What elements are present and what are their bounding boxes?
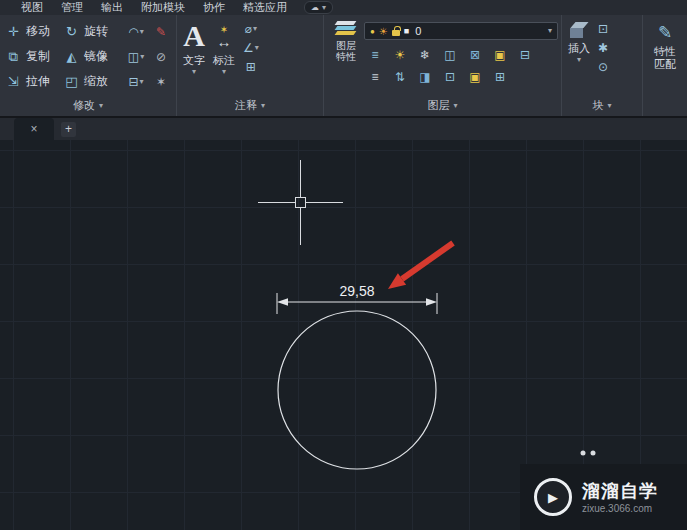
- dim-arrows-icon: ↔: [217, 35, 232, 48]
- erase-icon: ⊘: [156, 50, 166, 64]
- layer-tool-icon[interactable]: ≡: [364, 45, 386, 64]
- block-define-button[interactable]: ✱: [598, 41, 608, 55]
- rotate-label: 旋转: [84, 23, 108, 40]
- layer-tool-icon[interactable]: ≡: [364, 67, 386, 86]
- layer-tool-icon[interactable]: ◫: [439, 45, 461, 64]
- chevron-down-icon: ▾: [192, 68, 196, 76]
- layer-tool-icon[interactable]: ⊡: [439, 67, 461, 86]
- menu-item-manage[interactable]: 管理: [52, 0, 92, 15]
- panel-title-block[interactable]: 块 ▾: [562, 98, 642, 113]
- chevron-down-icon: ▾: [140, 28, 144, 36]
- copy-icon: ⧉: [6, 49, 21, 65]
- dimension-icon: ✶ ↔: [217, 19, 232, 53]
- chevron-down-icon: ▾: [255, 44, 259, 52]
- block-attr-button[interactable]: ⊙: [598, 60, 608, 74]
- move-icon: ✛: [6, 24, 21, 39]
- layer-tool-icon[interactable]: ◨: [414, 67, 436, 86]
- block-edit-button[interactable]: ⊡: [598, 22, 608, 36]
- panel-title-label: 块: [592, 98, 603, 113]
- menu-item-featured-apps[interactable]: 精选应用: [234, 0, 296, 15]
- move-label: 移动: [26, 23, 50, 40]
- stretch-button[interactable]: ⇲ 拉伸: [4, 73, 62, 90]
- menu-item-addins[interactable]: 附加模块: [132, 0, 194, 15]
- insert-label: 插入: [568, 42, 590, 55]
- array-icon: ◫: [128, 50, 139, 64]
- angle-dim-button[interactable]: ∠ ▾: [243, 41, 259, 55]
- text-icon: A: [183, 19, 205, 53]
- trim-button[interactable]: ⊟ ▾: [124, 75, 148, 89]
- diameter-dim-button[interactable]: ⌀ ▾: [243, 22, 259, 36]
- cloud-button[interactable]: ☁ ▾: [304, 1, 333, 14]
- watermark: ▶ 溜溜自学 zixue.3066.com: [520, 464, 687, 530]
- layer-stack-icon: [335, 21, 357, 37]
- move-button[interactable]: ✛ 移动: [4, 23, 62, 40]
- copy-label: 复制: [26, 48, 50, 65]
- dimension-text[interactable]: 29,58: [339, 283, 374, 299]
- explode-button[interactable]: ✶: [148, 75, 174, 89]
- layer-props-label1: 图层: [328, 40, 364, 51]
- array-button[interactable]: ◫ ▾: [124, 50, 148, 64]
- rotate-button[interactable]: ↻ 旋转: [62, 23, 124, 40]
- crosshair-cursor: [258, 160, 343, 245]
- menu-item-view[interactable]: 视图: [12, 0, 52, 15]
- table-button[interactable]: ⊞: [243, 60, 259, 74]
- ribbon: ✛ 移动 ↻ 旋转 ◠ ▾ ✎ ⧉ 复制: [0, 15, 687, 118]
- sun-icon: ☀: [379, 26, 388, 37]
- circle-entity[interactable]: [278, 311, 436, 469]
- layer-tool-icon[interactable]: ⊠: [464, 45, 486, 64]
- erase-button[interactable]: ⊘: [148, 50, 174, 64]
- drawing-canvas[interactable]: 29,58 ▶ 溜溜自学 zixue.3066.com: [0, 140, 687, 530]
- watermark-logo: ▶: [534, 478, 572, 516]
- block-cube-icon: [569, 22, 589, 39]
- file-tab-bar: × +: [0, 118, 687, 140]
- match-properties-button[interactable]: ✎ 特性 匹配: [643, 15, 687, 71]
- fillet-button[interactable]: ◠ ▾: [124, 25, 148, 39]
- layer-tool-icon[interactable]: ❄: [414, 45, 436, 64]
- dimension-button[interactable]: ✶ ↔ 标注 ▾: [213, 19, 235, 76]
- chevron-down-icon: ▾: [261, 102, 265, 110]
- dots: [581, 451, 596, 456]
- panel-title-modify[interactable]: 修改 ▾: [0, 98, 176, 113]
- chevron-down-icon: ▾: [322, 4, 326, 12]
- mirror-button[interactable]: ◭ 镜像: [62, 48, 124, 65]
- layer-dropdown[interactable]: ● ☀ ■ 0 ▾: [364, 22, 558, 40]
- menu-item-output[interactable]: 输出: [92, 0, 132, 15]
- watermark-brand: 溜溜自学: [582, 481, 658, 501]
- text-button[interactable]: A 文字 ▾: [183, 19, 205, 76]
- mirror-label: 镜像: [84, 48, 108, 65]
- bulb-icon: ●: [370, 27, 375, 36]
- chevron-down-icon: ▾: [222, 68, 226, 76]
- file-tab[interactable]: ×: [14, 118, 54, 140]
- current-layer-name: 0: [413, 25, 544, 37]
- panel-properties: ✎ 特性 匹配: [643, 15, 687, 116]
- layer-tool-icon[interactable]: ⊞: [489, 67, 511, 86]
- chevron-down-icon: ▾: [453, 102, 457, 110]
- layer-tool-icon[interactable]: ⇅: [389, 67, 411, 86]
- block-edit-icon: ⊡: [598, 22, 608, 36]
- chevron-down-icon: ▾: [548, 27, 552, 35]
- layer-tool-icon[interactable]: ▣: [464, 67, 486, 86]
- menu-item-collaborate[interactable]: 协作: [194, 0, 234, 15]
- copy-button[interactable]: ⧉ 复制: [4, 48, 62, 65]
- panel-annotate: A 文字 ▾ ✶ ↔ 标注 ▾ ⌀ ▾: [177, 15, 324, 116]
- red-pointer-arrow: [388, 243, 453, 289]
- tab-close-icon[interactable]: ×: [30, 122, 37, 136]
- panel-title-annotate[interactable]: 注释 ▾: [177, 98, 323, 113]
- layer-properties-button[interactable]: 图层 特性: [328, 19, 364, 62]
- dimension-entity[interactable]: 29,58: [277, 283, 437, 314]
- autocad-window: 视图 管理 输出 附加模块 协作 精选应用 ☁ ▾ ✛ 移动 ↻ 旋转: [0, 0, 687, 530]
- lock-open-icon: [392, 30, 400, 36]
- draworder-button[interactable]: ✎: [148, 25, 174, 39]
- match-label1: 特性: [654, 45, 676, 58]
- layer-tool-icon[interactable]: ☀: [389, 45, 411, 64]
- layer-tool-icon[interactable]: ▣: [489, 45, 511, 64]
- dimension-label: 标注: [213, 54, 235, 67]
- insert-button[interactable]: 插入 ▾: [568, 19, 590, 74]
- mirror-icon: ◭: [64, 49, 79, 64]
- panel-title-layers[interactable]: 图层 ▾: [324, 98, 561, 113]
- panel-title-label: 注释: [235, 98, 257, 113]
- scale-button[interactable]: ◰ 缩放: [62, 73, 124, 90]
- layer-tool-icon[interactable]: ⊟: [514, 45, 536, 64]
- new-drawing-tab-button[interactable]: +: [61, 122, 76, 137]
- block-define-icon: ✱: [598, 41, 608, 55]
